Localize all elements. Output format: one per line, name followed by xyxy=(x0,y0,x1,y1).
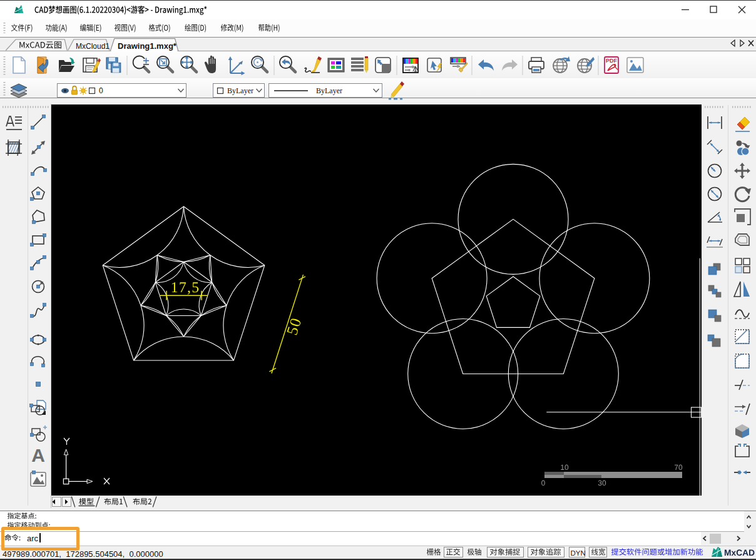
svg-text:PDF: PDF xyxy=(606,58,618,64)
svg-text:A: A xyxy=(31,445,45,466)
